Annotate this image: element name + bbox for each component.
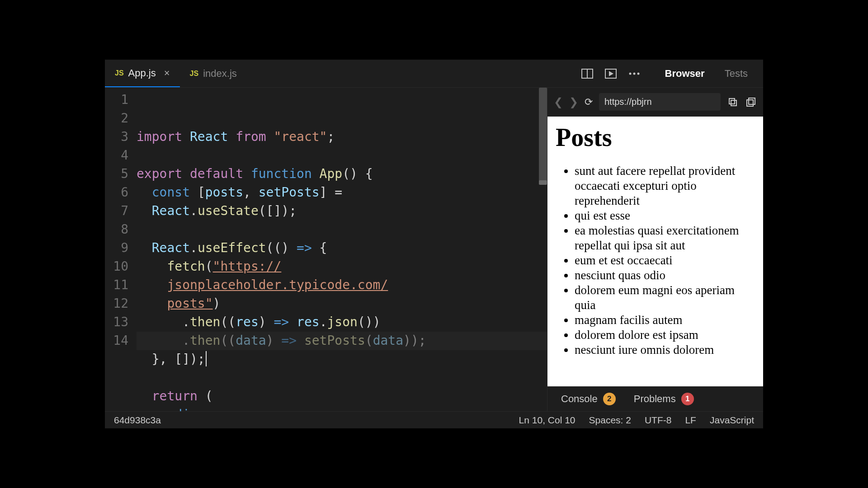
tab-label: App.js (128, 67, 156, 79)
svg-point-4 (629, 72, 631, 75)
tab-console[interactable]: Console 2 (561, 393, 616, 405)
svg-marker-3 (609, 72, 613, 75)
browser-toolbar: ❮ ❯ ⟳ (547, 88, 763, 117)
preview-icon[interactable] (604, 67, 617, 80)
list-item: nesciunt iure omnis dolorem (575, 343, 755, 357)
list-item: eum et est occaecati (575, 253, 755, 268)
line-gutter: 1234 567 891011121314 (105, 88, 137, 411)
tab-label: index.js (203, 68, 237, 80)
console-label: Console (561, 393, 598, 405)
list-item: dolorem eum magni eos aperiam quia (575, 283, 755, 313)
copy-icon[interactable] (727, 96, 739, 108)
list-item: sunt aut facere repellat provident occae… (575, 164, 755, 208)
cursor-position[interactable]: Ln 10, Col 10 (519, 415, 576, 426)
problems-badge: 1 (681, 393, 694, 405)
tab-problems[interactable]: Problems 1 (634, 393, 694, 405)
bottom-panel-tabs: Console 2 Problems 1 (547, 386, 763, 411)
back-icon[interactable]: ❮ (554, 96, 563, 108)
tab-browser[interactable]: Browser (665, 68, 705, 80)
posts-list: sunt aut facere repellat provident occae… (556, 164, 755, 357)
svg-rect-9 (747, 100, 753, 106)
open-external-icon[interactable] (745, 96, 757, 108)
eol[interactable]: LF (685, 415, 696, 426)
browser-viewport[interactable]: Posts sunt aut facere repellat provident… (547, 117, 763, 386)
code-area[interactable]: import React from "react"; export defaul… (137, 88, 547, 411)
reload-icon[interactable]: ⟳ (585, 96, 593, 108)
file-tabs: JS App.js × JS index.js (105, 60, 247, 87)
split-panel-icon[interactable] (581, 67, 594, 80)
active-line-highlight (137, 332, 547, 350)
console-badge: 2 (603, 393, 616, 405)
preview-pane: ❮ ❯ ⟳ Posts sunt aut facere repellat pro… (547, 88, 763, 411)
list-item: nesciunt quas odio (575, 268, 755, 283)
main-row: 1234 567 891011121314 import React from … (105, 88, 763, 411)
js-icon: JS (115, 69, 124, 77)
editor-pane[interactable]: 1234 567 891011121314 import React from … (105, 88, 547, 411)
svg-point-5 (633, 72, 635, 75)
text-cursor (206, 351, 207, 366)
tab-app-js[interactable]: JS App.js × (105, 60, 180, 87)
commit-hash[interactable]: 64d938c3a (114, 415, 161, 426)
url-input[interactable] (599, 93, 721, 111)
language-mode[interactable]: JavaScript (710, 415, 754, 426)
ide-window: JS App.js × JS index.js Browser Tests (105, 60, 763, 428)
list-item: dolorem dolore est ipsam (575, 328, 755, 343)
js-icon: JS (190, 70, 199, 78)
toolbar-right: Browser Tests (581, 67, 763, 80)
list-item: ea molestias quasi exercitationem repell… (575, 223, 755, 253)
tab-bar: JS App.js × JS index.js Browser Tests (105, 60, 763, 88)
indent-setting[interactable]: Spaces: 2 (589, 415, 631, 426)
preview-tabs: Browser Tests (665, 68, 748, 80)
svg-rect-10 (749, 98, 755, 104)
editor-scrollbar[interactable] (539, 88, 547, 411)
status-bar: 64d938c3a Ln 10, Col 10 Spaces: 2 UTF-8 … (105, 411, 763, 428)
svg-rect-8 (731, 100, 736, 106)
close-icon[interactable]: × (164, 67, 170, 79)
more-icon[interactable] (628, 67, 641, 80)
preview-heading: Posts (556, 123, 755, 152)
svg-rect-7 (729, 99, 735, 104)
encoding[interactable]: UTF-8 (645, 415, 672, 426)
svg-point-6 (637, 72, 639, 75)
scroll-marker (539, 180, 547, 185)
list-item: magnam facilis autem (575, 313, 755, 328)
scroll-thumb[interactable] (539, 88, 547, 183)
forward-icon[interactable]: ❯ (569, 96, 578, 108)
tab-tests[interactable]: Tests (725, 68, 748, 80)
problems-label: Problems (634, 393, 676, 405)
tab-index-js[interactable]: JS index.js (180, 60, 247, 87)
list-item: qui est esse (575, 208, 755, 223)
